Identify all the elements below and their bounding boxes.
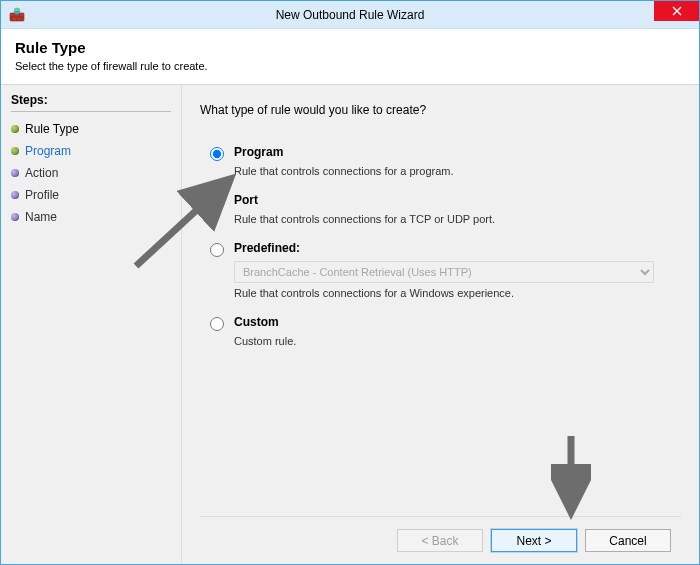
cancel-button[interactable]: Cancel <box>585 529 671 552</box>
bullet-icon <box>11 213 19 221</box>
radio-custom-label: Custom <box>234 315 279 329</box>
wizard-header: Rule Type Select the type of firewall ru… <box>1 29 699 85</box>
next-button[interactable]: Next > <box>491 529 577 552</box>
prompt-text: What type of rule would you like to crea… <box>200 103 681 117</box>
radio-program[interactable]: Program <box>210 145 681 161</box>
step-label: Program <box>25 144 71 158</box>
step-label: Name <box>25 210 57 224</box>
radio-program-desc: Rule that controls connections for a pro… <box>234 165 681 177</box>
radio-custom-desc: Custom rule. <box>234 335 681 347</box>
step-label: Profile <box>25 188 59 202</box>
bullet-icon <box>11 125 19 133</box>
step-label: Rule Type <box>25 122 79 136</box>
back-button[interactable]: < Back <box>397 529 483 552</box>
page-subtitle: Select the type of firewall rule to crea… <box>15 60 685 72</box>
predefined-select[interactable]: BranchCache - Content Retrieval (Uses HT… <box>234 261 654 283</box>
radio-port-label: Port <box>234 193 258 207</box>
step-label: Action <box>25 166 58 180</box>
radio-port-input[interactable] <box>210 195 224 209</box>
steps-sidebar: Steps: Rule Type Program Action Profile … <box>1 85 181 564</box>
step-profile[interactable]: Profile <box>11 184 171 206</box>
radio-custom-input[interactable] <box>210 317 224 331</box>
bullet-icon <box>11 147 19 155</box>
radio-predefined-label: Predefined: <box>234 241 300 255</box>
page-title: Rule Type <box>15 39 685 56</box>
radio-custom[interactable]: Custom <box>210 315 681 331</box>
radio-predefined-desc: Rule that controls connections for a Win… <box>234 287 681 299</box>
titlebar: New Outbound Rule Wizard <box>1 1 699 29</box>
radio-port-desc: Rule that controls connections for a TCP… <box>234 213 681 225</box>
radio-program-label: Program <box>234 145 283 159</box>
radio-predefined-input[interactable] <box>210 243 224 257</box>
radio-predefined[interactable]: Predefined: <box>210 241 681 257</box>
bullet-icon <box>11 169 19 177</box>
bullet-icon <box>11 191 19 199</box>
step-program[interactable]: Program <box>11 140 171 162</box>
wizard-footer: < Back Next > Cancel <box>200 516 681 564</box>
wizard-content: Steps: Rule Type Program Action Profile … <box>1 85 699 564</box>
window-title: New Outbound Rule Wizard <box>1 8 699 22</box>
step-name[interactable]: Name <box>11 206 171 228</box>
rule-type-radio-group: Program Rule that controls connections f… <box>200 145 681 363</box>
steps-label: Steps: <box>11 89 171 112</box>
step-action[interactable]: Action <box>11 162 171 184</box>
wizard-window: New Outbound Rule Wizard Rule Type Selec… <box>0 0 700 565</box>
step-rule-type[interactable]: Rule Type <box>11 118 171 140</box>
main-panel: What type of rule would you like to crea… <box>181 85 699 564</box>
radio-port[interactable]: Port <box>210 193 681 209</box>
firewall-icon <box>9 7 25 23</box>
radio-program-input[interactable] <box>210 147 224 161</box>
close-icon <box>672 6 682 16</box>
close-button[interactable] <box>654 1 699 21</box>
